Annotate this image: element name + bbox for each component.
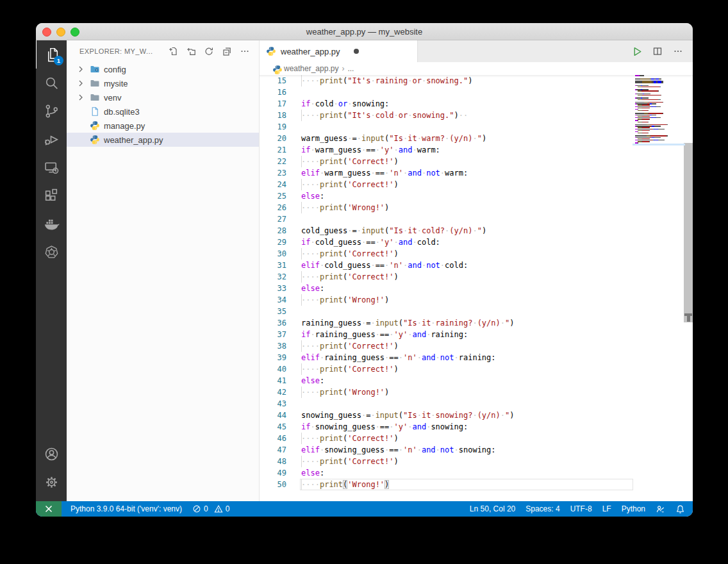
sidebar-item-docker[interactable] [36, 210, 67, 238]
new-file-button[interactable] [167, 45, 179, 58]
file-row-config[interactable]: config [67, 62, 259, 76]
code-line-41[interactable]: 41else: [260, 375, 693, 386]
code-line-28[interactable]: 28cold_guess·=·input("Is·it·cold?·(y/n)·… [260, 225, 693, 236]
code-line-50[interactable]: 50····print('Wrong!') [260, 479, 693, 490]
code-line-38[interactable]: 38····print('Correct!') [260, 340, 693, 352]
code-line-19[interactable]: 19 [260, 121, 693, 133]
code-line-46[interactable]: 46····print('Correct!') [260, 433, 693, 444]
zoom-button[interactable] [70, 28, 79, 37]
encoding-setting[interactable]: UTF-8 [565, 501, 597, 517]
titlebar: weather_app.py — my_website [36, 23, 693, 40]
code-line-34[interactable]: 34····print('Wrong!') [260, 294, 693, 306]
code-text: ····print('Correct!') [301, 157, 399, 166]
code-line-39[interactable]: 39elif·raining_guess·==·'n'·and·not·rain… [260, 352, 693, 363]
line-number: 26 [260, 203, 286, 212]
code-line-17[interactable]: 17if·cold·or·snowing: [260, 98, 693, 110]
search-icon [44, 75, 60, 91]
chevron-right-icon[interactable] [76, 92, 86, 103]
remote-icon [44, 504, 54, 514]
file-row-mysite[interactable]: mysite [67, 76, 259, 90]
problems-indicator[interactable]: 0 0 [187, 501, 235, 517]
code-line-32[interactable]: 32····print('Correct!') [260, 271, 693, 283]
scrollbar-thumb[interactable] [684, 143, 693, 322]
sidebar-item-source-control[interactable] [36, 97, 67, 125]
sidebar-item-remote-explorer[interactable] [36, 153, 67, 181]
code-line-15[interactable]: 15····print("It's·raining·or·snowing.") [260, 75, 693, 87]
vscode-window: weather_app.py — my_website 1 [36, 23, 693, 517]
file-row-manage-py[interactable]: manage.py [67, 119, 259, 133]
editor-scrollbar[interactable] [684, 75, 693, 501]
status-bar: Python 3.9.0 64-bit ('venv': venv) 0 0 L… [36, 501, 693, 517]
split-editor-button[interactable] [652, 46, 663, 57]
minimize-button[interactable] [56, 28, 65, 37]
chevron-right-icon[interactable] [76, 78, 86, 88]
feedback-button[interactable] [650, 501, 670, 517]
code-line-36[interactable]: 36raining_guess·=·input("Is·it·raining?·… [260, 317, 693, 329]
code-line-25[interactable]: 25else: [260, 190, 693, 202]
file-row-weather-app-py[interactable]: weather_app.py [67, 133, 259, 147]
code-line-49[interactable]: 49else: [260, 467, 693, 479]
warning-icon [214, 504, 223, 513]
code-line-33[interactable]: 33else: [260, 283, 693, 294]
minimap[interactable] [635, 75, 684, 145]
code-line-40[interactable]: 40····print('Correct!') [260, 363, 693, 375]
code-line-48[interactable]: 48····print('Correct!') [260, 456, 693, 467]
code-line-44[interactable]: 44snowing_guess·=·input("Is·it·snowing?·… [260, 410, 693, 421]
account-button[interactable] [36, 440, 67, 468]
code-line-21[interactable]: 21if·warm_guess·==·'y'·and·warm: [260, 144, 693, 156]
code-line-31[interactable]: 31elif·cold_guess·==·'n'·and·not·cold: [260, 260, 693, 271]
language-mode[interactable]: Python [616, 501, 650, 517]
code-line-23[interactable]: 23elif·warm_guess·==·'n'·and·not·warm: [260, 167, 693, 179]
screen: weather_app.py — my_website 1 [0, 0, 728, 564]
code-text: else: [301, 376, 324, 385]
sidebar-item-run-debug[interactable] [36, 125, 67, 153]
remote-indicator[interactable] [36, 501, 62, 517]
sidebar-item-kubernetes[interactable] [36, 238, 67, 266]
tab-weather-app[interactable]: weather_app.py [260, 40, 418, 62]
code-line-42[interactable]: 42····print('Wrong!') [260, 386, 693, 398]
code-line-27[interactable]: 27 [260, 213, 693, 225]
eol-setting[interactable]: LF [597, 501, 616, 517]
activity-bar: 1 [36, 40, 67, 501]
code-line-47[interactable]: 47elif·snowing_guess·==·'n'·and·not·snow… [260, 444, 693, 456]
sidebar-item-search[interactable] [36, 69, 67, 97]
close-button[interactable] [42, 28, 51, 37]
editor-more-button[interactable] [672, 46, 684, 57]
file-row-db-sqlite3[interactable]: db.sqlite3 [67, 104, 259, 119]
breadcrumb-more[interactable]: ... [347, 64, 354, 73]
code-line-35[interactable]: 35 [260, 306, 693, 317]
cursor-position[interactable]: Ln 50, Col 20 [465, 501, 520, 517]
code-line-26[interactable]: 26····print('Wrong!') [260, 202, 693, 213]
breadcrumb-file[interactable]: weather_app.py [284, 64, 338, 73]
code-line-16[interactable]: 16 [260, 87, 693, 98]
settings-button[interactable] [36, 468, 67, 496]
line-number: 20 [260, 134, 286, 143]
indentation-setting[interactable]: Spaces: 4 [520, 501, 565, 517]
refresh-button[interactable] [203, 45, 215, 58]
chevron-right-icon[interactable] [76, 64, 86, 74]
file-row-venv[interactable]: venv [67, 90, 259, 104]
code-line-20[interactable]: 20warm_guess·=·input("Is·it·warm?·(y/n)·… [260, 133, 693, 144]
code-line-43[interactable]: 43 [260, 398, 693, 410]
code-line-30[interactable]: 30····print('Correct!') [260, 248, 693, 260]
new-folder-button[interactable] [185, 45, 197, 58]
breadcrumb[interactable]: weather_app.py › ... [260, 62, 693, 75]
notifications-button[interactable] [670, 501, 693, 517]
code-line-45[interactable]: 45if·snowing_guess·==·'y'·and·snowing: [260, 421, 693, 433]
python-interpreter[interactable]: Python 3.9.0 64-bit ('venv': venv) [62, 501, 187, 517]
sidebar-item-explorer[interactable]: 1 [36, 40, 67, 69]
code-line-18[interactable]: 18····print("It's·cold·or·snowing.")·· [260, 110, 693, 121]
code-area[interactable]: 15····print("It's·raining·or·snowing.")1… [260, 75, 693, 490]
code-text: elif·raining_guess·==·'n'·and·not·rainin… [301, 353, 496, 362]
code-text: else: [301, 192, 324, 201]
code-line-29[interactable]: 29if·cold_guess·==·'y'·and·cold: [260, 236, 693, 248]
line-number: 40 [260, 365, 286, 374]
sidebar-item-extensions[interactable] [36, 181, 67, 210]
code-line-22[interactable]: 22····print('Correct!') [260, 156, 693, 167]
run-python-file-button[interactable] [631, 46, 643, 57]
code-line-24[interactable]: 24····print('Correct!') [260, 179, 693, 190]
code-line-37[interactable]: 37if·raining_guess·==·'y'·and·raining: [260, 329, 693, 340]
code-text: snowing_guess·=·input("Is·it·snowing?·(y… [301, 411, 514, 420]
explorer-more-button[interactable] [238, 45, 251, 58]
collapse-folders-button[interactable] [220, 45, 233, 58]
